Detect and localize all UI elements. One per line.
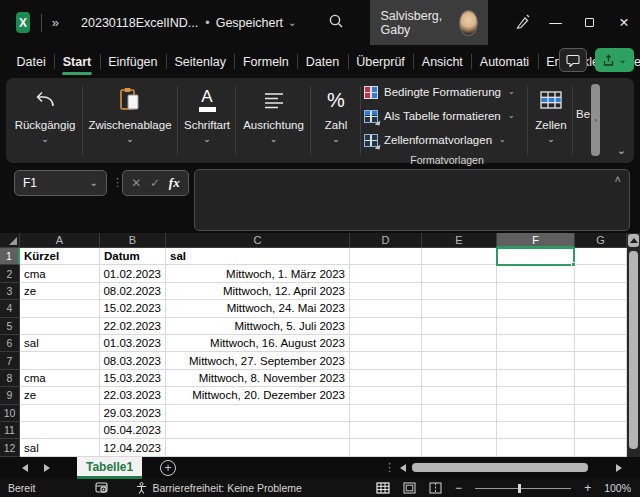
cell-A11[interactable] xyxy=(20,422,100,439)
row-header-6[interactable]: 6 xyxy=(0,335,20,352)
cell-E11[interactable] xyxy=(422,422,497,439)
cells-group-button[interactable]: Zellen ⌄ xyxy=(529,82,573,144)
cell-C2[interactable]: Mittwoch, 1. März 2023 xyxy=(166,265,350,282)
cell-G12[interactable] xyxy=(575,439,627,456)
column-header-C[interactable]: C xyxy=(166,233,350,248)
hscroll-right-button[interactable] xyxy=(616,464,622,472)
ink-pen-icon[interactable] xyxy=(514,13,531,33)
cell-B9[interactable]: 22.03.2023 xyxy=(100,387,166,404)
sheet-tab-tabelle1[interactable]: Tabelle1 xyxy=(77,457,142,479)
row-header-12[interactable]: 12 xyxy=(0,439,20,456)
formula-bar-input[interactable]: ˄ xyxy=(194,169,630,231)
cell-G8[interactable] xyxy=(575,370,627,387)
insert-function-icon[interactable]: fx xyxy=(169,175,180,191)
close-button[interactable]: ✕ xyxy=(614,15,634,30)
cell-D3[interactable] xyxy=(350,283,422,300)
cell-G1[interactable] xyxy=(575,248,627,265)
column-header-E[interactable]: E xyxy=(422,233,497,248)
cell-D11[interactable] xyxy=(350,422,422,439)
cell-F4[interactable] xyxy=(497,300,575,317)
cell-F6[interactable] xyxy=(497,335,575,352)
next-sheet-button[interactable] xyxy=(44,464,50,472)
cell-A6[interactable]: sal xyxy=(20,335,100,352)
column-header-F[interactable]: F xyxy=(497,233,575,248)
formula-bar-collapse-icon[interactable]: ˄ xyxy=(615,173,621,185)
cell-E9[interactable] xyxy=(422,387,497,404)
cell-G10[interactable] xyxy=(575,405,627,422)
tab-formeln[interactable]: Formeln xyxy=(234,45,297,78)
zoom-in-button[interactable]: + xyxy=(584,481,591,495)
column-header-B[interactable]: B xyxy=(100,233,166,248)
cell-E12[interactable] xyxy=(422,439,497,456)
cell-F10[interactable] xyxy=(497,405,575,422)
tab-daten[interactable]: Daten xyxy=(297,45,347,78)
cell-A1[interactable]: Kürzel xyxy=(20,248,100,265)
number-group-button[interactable]: % Zahl ⌄ xyxy=(312,82,360,144)
saved-status[interactable]: Gespeichert xyxy=(216,16,283,30)
scroll-up-button[interactable] xyxy=(628,234,639,247)
cell-F8[interactable] xyxy=(497,370,575,387)
cell-A9[interactable]: ze xyxy=(20,387,100,404)
cell-A5[interactable] xyxy=(20,318,100,335)
tab-überprüf[interactable]: Überprüf xyxy=(348,45,414,78)
font-group-button[interactable]: A Schriftart ⌄ xyxy=(179,82,235,144)
cell-F2[interactable] xyxy=(497,265,575,282)
comments-button[interactable] xyxy=(559,48,587,72)
select-all-corner[interactable] xyxy=(0,233,20,248)
cell-E1[interactable] xyxy=(422,248,497,265)
cell-D9[interactable] xyxy=(350,387,422,404)
cell-B6[interactable]: 01.03.2023 xyxy=(100,335,166,352)
cell-C9[interactable]: Mittwoch, 20. Dezember 2023 xyxy=(166,387,350,404)
page-break-view-button[interactable] xyxy=(429,482,442,494)
cell-D1[interactable] xyxy=(350,248,422,265)
cell-C12[interactable] xyxy=(166,439,350,456)
cancel-entry-icon[interactable]: ✕ xyxy=(131,176,141,190)
zoom-slider-thumb[interactable] xyxy=(518,484,521,493)
column-header-D[interactable]: D xyxy=(350,233,422,248)
cell-C6[interactable]: Mittwoch, 16. August 2023 xyxy=(166,335,350,352)
share-button[interactable]: ⌄ xyxy=(595,48,634,72)
cell-G9[interactable] xyxy=(575,387,627,404)
document-title[interactable]: 20230118ExcelIND... xyxy=(81,16,198,30)
cell-C8[interactable]: Mittwoch, 8. November 2023 xyxy=(166,370,350,387)
tab-automati[interactable]: Automati xyxy=(471,45,537,78)
undo-group-button[interactable]: Rückgängig ⌄ xyxy=(10,82,80,144)
sheetbar-drag-handle[interactable]: ⋮ xyxy=(384,461,395,474)
cell-styles-button[interactable]: Zellenformatvorlagen ⌄ xyxy=(364,128,530,152)
cell-B5[interactable]: 22.02.2023 xyxy=(100,318,166,335)
cell-D4[interactable] xyxy=(350,300,422,317)
row-header-4[interactable]: 4 xyxy=(0,300,20,317)
clipboard-group-button[interactable]: Zwischenablage ⌄ xyxy=(85,82,175,144)
alignment-group-button[interactable]: Ausrichtung ⌄ xyxy=(237,82,310,144)
tab-datei[interactable]: Datei xyxy=(8,45,54,78)
column-header-G[interactable]: G xyxy=(575,233,627,248)
cell-D2[interactable] xyxy=(350,265,422,282)
row-header-9[interactable]: 9 xyxy=(0,387,20,404)
cell-C5[interactable]: Mittwoch, 5. Juli 2023 xyxy=(166,318,350,335)
cell-F7[interactable] xyxy=(497,352,575,369)
cell-F11[interactable] xyxy=(497,422,575,439)
cell-D6[interactable] xyxy=(350,335,422,352)
zoom-out-button[interactable]: − xyxy=(455,481,462,495)
cell-B4[interactable]: 15.02.2023 xyxy=(100,300,166,317)
cell-A4[interactable] xyxy=(20,300,100,317)
row-header-5[interactable]: 5 xyxy=(0,318,20,335)
fill-handle[interactable] xyxy=(571,262,576,267)
cell-C10[interactable] xyxy=(166,405,350,422)
account-button[interactable]: Salvisberg, Gaby xyxy=(370,0,488,45)
cell-D7[interactable] xyxy=(350,352,422,369)
add-sheet-button[interactable]: + xyxy=(160,460,176,476)
cell-F12[interactable] xyxy=(497,439,575,456)
cell-G4[interactable] xyxy=(575,300,627,317)
ribbon-scroll-handle[interactable]: › xyxy=(591,84,600,156)
cell-E6[interactable] xyxy=(422,335,497,352)
cell-E10[interactable] xyxy=(422,405,497,422)
hscroll-left-button[interactable] xyxy=(400,464,406,472)
cell-G7[interactable] xyxy=(575,352,627,369)
cell-A12[interactable]: sal xyxy=(20,439,100,456)
editing-group-truncated[interactable]: Be xyxy=(576,108,590,120)
search-icon[interactable] xyxy=(328,13,344,32)
cell-C11[interactable] xyxy=(166,422,350,439)
cell-A7[interactable] xyxy=(20,352,100,369)
cell-G6[interactable] xyxy=(575,335,627,352)
